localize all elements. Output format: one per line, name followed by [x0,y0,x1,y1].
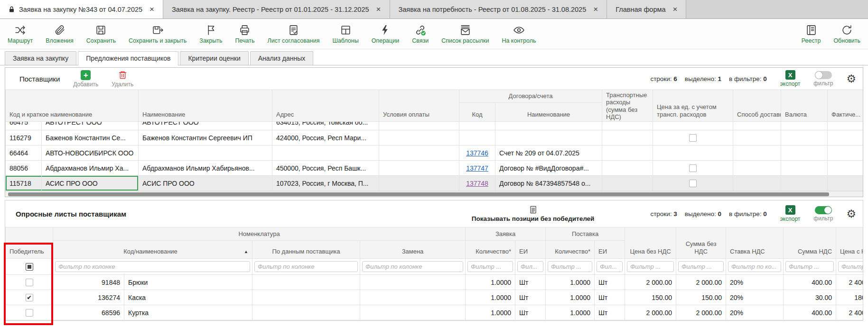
toggle-off-icon[interactable] [815,71,832,79]
filter-code-name-input[interactable] [55,261,250,272]
close-tab-icon[interactable]: × [672,5,677,14]
questionnaires-panel: Опросные листы поставщикам Показывать по… [5,200,863,321]
supplier-row[interactable]: 116279 Баженов Константин Се... Баженов … [6,130,863,145]
filter-vat-sum-input[interactable] [785,261,834,272]
filter-unit-supply-input[interactable] [597,261,623,272]
col-transport-costs: Транспортные расходы (сумма без НДС) [602,90,653,122]
delete-supplier-button[interactable]: Удалить [112,70,133,88]
save-button[interactable]: Сохранить [86,24,116,44]
tab-evaluation-criteria[interactable]: Критерии оценки [180,51,248,65]
show-positions-without-winners-button[interactable]: Показывать позиции без победителей [472,205,595,222]
registry-button[interactable]: Реестр [802,24,821,44]
tab-supplier-offers[interactable]: Предложения поставщиков [78,51,178,65]
contract-link[interactable]: 137748 [466,180,488,187]
scrollbar-thumb[interactable] [8,192,829,196]
window-tab-need-registry[interactable]: Заявка на потребность - Реестр от 01.08.… [390,0,607,18]
toolbar: Маршрут Вложения Сохранить Сохранить и з… [0,19,868,49]
transport-price-checkbox[interactable] [689,180,697,187]
paperclip-icon [54,24,65,36]
eye-icon [513,24,525,36]
approval-sheet-button[interactable]: Лист согласования [267,24,319,44]
window-tab-label: Главная форма [616,6,665,13]
approval-sheet-icon [288,24,299,36]
attachments-button[interactable]: Вложения [46,24,74,44]
window-tab-bar: Заявка на закупку №343 от 04.07.2025 × З… [0,0,868,19]
route-button[interactable]: Маршрут [8,24,33,44]
col-unit-price-transport: Цена за ед. с учетом трансп. расходов [653,90,733,122]
filter-sum-no-vat-input[interactable] [678,261,724,272]
suppliers-settings-gear-icon[interactable]: ⚙ [846,73,856,84]
col-code-name-sortable[interactable]: ▲Код/наименование [53,241,252,259]
refresh-button[interactable]: Обновить [833,24,860,44]
filter-qty-supply-input[interactable] [548,261,592,272]
winner-checkbox[interactable] [26,309,33,317]
toggle-on-icon[interactable] [815,206,832,214]
winner-checkbox-checked[interactable]: ✔ [26,294,33,301]
transport-price-checkbox[interactable] [689,134,697,142]
templates-button[interactable]: Шаблоны [332,24,358,44]
col-group-nomenclature: Номенклатура [53,227,466,241]
flag-icon [205,24,217,36]
links-button[interactable]: Связи [412,24,429,44]
col-group-contracts: Договора/счета [459,90,602,103]
rows-count: 6 [673,75,677,82]
supplier-row[interactable]: 88056 Абдрахманов Ильмир Ха... Абдрахман… [6,161,863,176]
tab-purchase-request[interactable]: Заявка на закупку [5,51,76,65]
plus-icon: + [81,70,91,80]
filtered-count: 0 [763,210,767,218]
contract-link[interactable]: 137746 [466,149,488,157]
lightning-icon [379,24,391,36]
contract-link[interactable]: 137747 [466,164,488,172]
supplier-row[interactable]: 66475 АВТОТРЕСТ ООО АВТОТРЕСТ ООО 634015… [6,122,863,130]
close-tab-icon[interactable]: × [376,5,381,14]
suppliers-export-button[interactable]: X экспорт [780,70,801,87]
close-form-button[interactable]: Закрыть [199,24,222,44]
save-and-close-button[interactable]: Сохранить и закрыть [129,24,187,44]
filter-price-no-vat-input[interactable] [627,261,674,272]
suppliers-filter-toggle[interactable]: фильтр [813,71,833,87]
questionnaires-export-button[interactable]: X экспорт [780,205,801,222]
questionnaire-row[interactable]: 91848 Брюки 1.0000 Шт 1.0000 Шт 2 000.00… [6,275,864,290]
tab-data-analysis[interactable]: Анализ данных [250,51,314,65]
col-vat-sum: Сумма НДС [784,227,836,259]
close-tab-icon[interactable]: × [149,5,154,14]
to-control-button[interactable]: На контроль [502,24,536,44]
mailing-list-button[interactable]: Список рассылки [441,24,489,44]
filter-unit-request-input[interactable] [517,261,543,272]
questionnaires-settings-gear-icon[interactable]: ⚙ [846,209,856,219]
filter-vat-rate-input[interactable] [728,261,781,272]
horizontal-scrollbar[interactable] [5,191,863,197]
col-price-no-vat: Цена без НДС [625,227,676,259]
window-tab-label: Заявка на закупку. Реестр - Реестр от 01… [172,6,369,13]
window-tab-request-registry[interactable]: Заявка на закупку. Реестр - Реестр от 01… [163,0,390,18]
print-button[interactable]: Печать [235,24,255,44]
filter-qty-request-input[interactable] [467,261,513,272]
suppliers-counters: строки: 6 выделено: 1 в фильтре: 0 [650,75,766,82]
supplier-row[interactable]: 66464 АВТО-НОВОСИБИРСК ООО 137746 Счет №… [6,145,863,161]
col-vat-rate: Ставка НДС [726,227,784,259]
filter-by-supplier-input[interactable] [254,261,358,272]
close-tab-icon[interactable]: × [593,5,598,14]
col-delivery-method: Способ доставки [733,90,781,122]
col-group-request: Заявка [466,227,546,241]
questionnaire-row[interactable]: ✔ 136274 Каска 1.0000 Шт 1.0000 Шт 150.0… [6,290,864,305]
winner-select-all-checkbox[interactable] [26,263,33,271]
add-supplier-button[interactable]: + Добавить [73,70,98,88]
col-contract-code: Код [459,102,495,122]
registry-icon [805,24,817,36]
sort-asc-icon: ▲ [244,249,248,254]
col-code-short-name: Код и краткое наименование [6,90,139,122]
questionnaire-row[interactable]: 68596 Куртка 1.0000 Шт 1.0000 Шт 2 000.0… [6,305,864,320]
col-sum-no-vat: Сумма без НДС [676,227,726,259]
window-tab-main-form[interactable]: Главная форма × [607,0,686,18]
window-tab-request[interactable]: Заявка на закупку №343 от 04.07.2025 × [0,0,163,18]
questionnaires-filter-toggle[interactable]: фильтр [813,206,833,222]
selected-count: 1 [718,75,722,82]
suppliers-title: Поставщики [19,75,60,83]
transport-price-checkbox[interactable] [689,164,697,172]
operations-button[interactable]: Операции [372,24,399,44]
filter-replacement-input[interactable] [362,261,463,272]
supplier-row-selected[interactable]: 115718 АСИС ПРО ООО АСИС ПРО ООО 107023,… [6,176,863,191]
winner-checkbox[interactable] [26,279,33,286]
filter-price-with-vat-input[interactable] [838,261,863,272]
